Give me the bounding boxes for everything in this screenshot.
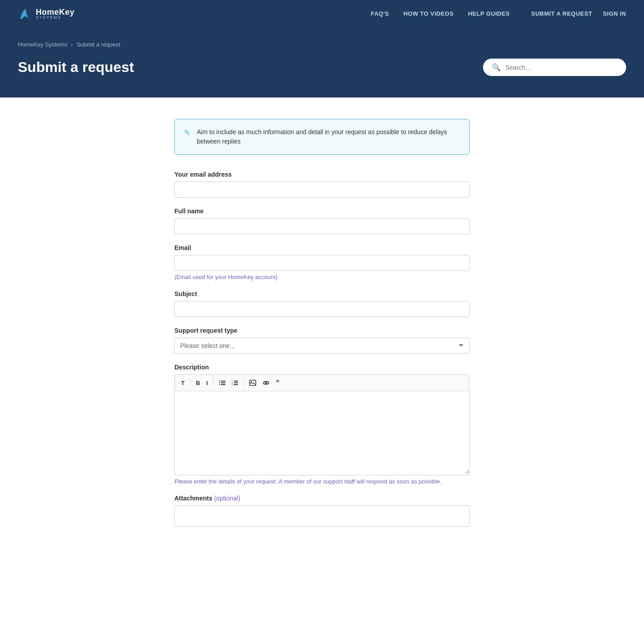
support-type-group: Support request type Please select one..… <box>174 327 470 354</box>
editor-toolbar: T B I <box>175 375 469 391</box>
email-group: Email (Email used for your HomeKey accou… <box>174 244 470 280</box>
page-title: Submit a request <box>18 59 134 76</box>
search-icon: 🔍 <box>492 63 501 72</box>
email-address-input[interactable] <box>174 182 470 198</box>
email-address-label: Your email address <box>174 171 470 178</box>
toolbar-ordered-list-btn[interactable]: 1. 2. 3. <box>229 378 241 387</box>
info-icon: ✎ <box>184 128 191 138</box>
support-type-label: Support request type <box>174 327 470 334</box>
subject-label: Subject <box>174 290 470 297</box>
full-name-group: Full name <box>174 208 470 234</box>
breadcrumb-home[interactable]: HomeKey Systems <box>18 41 68 48</box>
toolbar-link-btn[interactable] <box>260 378 272 387</box>
hero-section: HomeKey Systems › Submit a request Submi… <box>0 27 644 97</box>
full-name-label: Full name <box>174 208 470 215</box>
svg-rect-13 <box>234 384 238 385</box>
attachments-group: Attachments (optional) <box>174 495 470 527</box>
email-input[interactable] <box>174 255 470 271</box>
svg-rect-14 <box>250 380 256 386</box>
logo-icon <box>18 6 32 21</box>
hero-content: Submit a request 🔍 <box>18 59 626 76</box>
description-group: Description T B I <box>174 364 470 485</box>
info-box: ✎ Aim to include as much information and… <box>174 119 470 155</box>
description-textarea[interactable] <box>175 391 469 474</box>
email-label: Email <box>174 244 470 251</box>
svg-rect-3 <box>221 381 225 381</box>
svg-point-6 <box>219 384 220 385</box>
link-icon <box>263 380 270 386</box>
image-icon <box>249 380 256 386</box>
logo-link[interactable]: HomeKey SYSTEMS <box>18 6 75 21</box>
svg-text:3.: 3. <box>232 384 233 386</box>
svg-point-4 <box>219 382 220 383</box>
email-hint: (Email used for your HomeKey account) <box>174 274 470 280</box>
full-name-input[interactable] <box>174 218 470 234</box>
toolbar-image-btn[interactable] <box>246 378 259 388</box>
nav-links: FAQ'S HOW TO VIDEOS HELP GUIDES <box>371 10 510 17</box>
subject-group: Subject <box>174 290 470 317</box>
toolbar-italic-btn[interactable]: I <box>203 378 211 388</box>
support-type-select[interactable]: Please select one... <box>174 338 470 354</box>
navbar: HomeKey SYSTEMS FAQ'S HOW TO VIDEOS HELP… <box>0 0 644 27</box>
subject-input[interactable] <box>174 301 470 317</box>
description-hint: Please enter the details of your request… <box>174 478 470 485</box>
attachments-dropzone[interactable] <box>174 505 470 527</box>
search-input[interactable] <box>505 64 617 71</box>
svg-rect-5 <box>221 382 225 383</box>
unordered-list-icon <box>219 380 225 386</box>
info-text: Aim to include as much information and d… <box>197 127 460 146</box>
email-address-group: Your email address <box>174 171 470 198</box>
nav-submit-request[interactable]: SUBMIT A REQUEST <box>531 10 592 17</box>
optional-tag: (optional) <box>214 495 240 502</box>
submit-request-form: Your email address Full name Email (Emai… <box>174 171 470 527</box>
nav-help-guides[interactable]: HELP GUIDES <box>468 10 509 17</box>
nav-how-to-videos[interactable]: HOW TO VIDEOS <box>403 10 453 17</box>
svg-point-2 <box>219 381 220 381</box>
breadcrumb-current: Submit a request <box>76 41 120 48</box>
toolbar-quote-btn[interactable]: “ <box>273 377 282 388</box>
toolbar-text-btn[interactable]: T <box>178 378 187 388</box>
svg-rect-7 <box>221 384 225 385</box>
toolbar-sep-3 <box>243 379 244 387</box>
toolbar-sep-1 <box>190 379 191 387</box>
breadcrumb-separator: › <box>71 41 73 48</box>
toolbar-bold-btn[interactable]: B <box>193 378 203 388</box>
description-label: Description <box>174 364 470 371</box>
svg-rect-11 <box>234 382 238 383</box>
toolbar-sep-2 <box>213 379 214 387</box>
nav-right: SUBMIT A REQUEST SIGN IN <box>531 10 626 17</box>
nav-sign-in[interactable]: SIGN IN <box>603 10 626 17</box>
main-content: ✎ Aim to include as much information and… <box>165 119 479 527</box>
toolbar-unordered-list-btn[interactable] <box>216 378 228 387</box>
description-editor: T B I <box>174 374 470 475</box>
ordered-list-icon: 1. 2. 3. <box>232 380 238 386</box>
attachments-label: Attachments (optional) <box>174 495 470 502</box>
svg-rect-9 <box>234 381 238 381</box>
breadcrumb: HomeKey Systems › Submit a request <box>18 41 626 48</box>
nav-faqs[interactable]: FAQ'S <box>371 10 389 17</box>
search-bar: 🔍 <box>483 59 626 76</box>
